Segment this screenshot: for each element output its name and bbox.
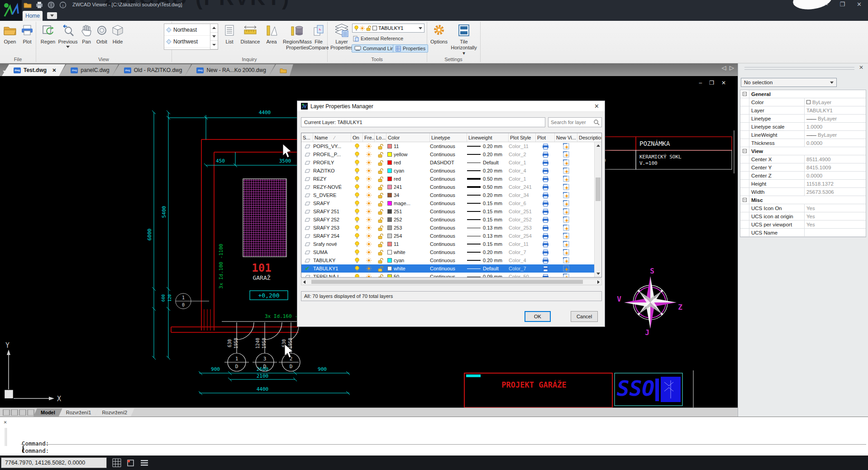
layer-row[interactable]: REZY-NOVÉ 241 <box>301 183 595 191</box>
layer-row[interactable]: SRAFY 251 251 <box>301 207 595 216</box>
layer-plot-toggle[interactable] <box>536 201 555 206</box>
layer-freeze-toggle[interactable] <box>363 176 375 182</box>
snap-toggle[interactable] <box>127 459 135 467</box>
cancel-button[interactable]: Cancel <box>571 311 598 322</box>
layer-linetype-cell[interactable]: Continuous <box>430 192 467 198</box>
plot-button[interactable]: Plot <box>19 23 35 45</box>
layer-linetype-cell[interactable]: Continuous <box>430 176 467 182</box>
layer-freeze-toggle[interactable] <box>363 225 375 230</box>
layer-color-cell[interactable]: red <box>386 176 430 182</box>
layer-freeze-toggle[interactable] <box>363 249 375 255</box>
layer-linetype-cell[interactable]: Continuous <box>430 144 467 149</box>
layer-new-viewport-toggle[interactable] <box>555 233 577 239</box>
layer-freeze-toggle[interactable] <box>363 144 375 149</box>
property-row[interactable]: UCS per viewport Yes <box>740 221 866 229</box>
vertical-scrollbar[interactable] <box>594 142 601 277</box>
minimize-drawing-button[interactable]: – <box>699 80 702 86</box>
layer-lock-toggle[interactable] <box>375 201 386 206</box>
layer-freeze-toggle[interactable] <box>363 241 375 247</box>
scroll-right-button[interactable] <box>597 280 600 284</box>
layer-plot-toggle[interactable] <box>536 258 555 264</box>
layer-row[interactable]: SRAFY 253 253 <box>301 224 595 232</box>
layer-on-toggle[interactable] <box>351 225 363 231</box>
layer-row[interactable]: Srafy nové 11 <box>301 240 595 248</box>
layer-lineweight-cell[interactable]: 0.20 mm <box>467 258 509 263</box>
layer-on-toggle[interactable] <box>351 160 363 166</box>
orbit-button[interactable]: Orbit <box>94 23 110 45</box>
property-row[interactable]: Layer TABULKY1 <box>740 106 866 115</box>
horizontal-scrollbar[interactable] <box>301 278 602 285</box>
layer-color-cell[interactable]: white <box>386 266 430 271</box>
layer-linetype-cell[interactable]: DASHDOT <box>430 160 467 165</box>
layer-lock-toggle[interactable] <box>375 184 386 190</box>
layer-row[interactable]: REZY red C <box>301 175 595 183</box>
layer-lock-toggle[interactable] <box>375 274 386 278</box>
layer-row[interactable]: PROFILY red <box>301 158 595 167</box>
layer-color-cell[interactable]: 11 <box>386 241 430 247</box>
close-tab-icon[interactable]: ✕ <box>52 67 56 73</box>
layer-lock-toggle[interactable] <box>375 241 386 247</box>
layer-lineweight-cell[interactable]: 0.20 mm <box>467 249 509 255</box>
layer-plot-toggle[interactable] <box>536 160 555 166</box>
layer-lineweight-cell[interactable]: 0.50 mm <box>467 184 509 190</box>
layer-lineweight-cell[interactable]: 0.15 mm <box>467 217 509 222</box>
layer-freeze-toggle[interactable] <box>363 209 375 214</box>
layer-new-viewport-toggle[interactable] <box>555 241 577 247</box>
layer-lock-toggle[interactable] <box>375 176 386 182</box>
layer-new-viewport-toggle[interactable] <box>555 265 577 272</box>
prev-layout-button[interactable] <box>11 409 18 416</box>
layer-plot-toggle[interactable] <box>536 266 555 272</box>
first-layout-button[interactable] <box>3 409 10 416</box>
view-list-item[interactable]: Northwest <box>164 36 210 48</box>
layer-lock-toggle[interactable] <box>375 144 386 149</box>
layout-tab[interactable]: Rozvržení2 <box>95 408 134 417</box>
property-row[interactable]: Center Z 0.0000 <box>740 172 866 180</box>
property-row[interactable]: Height 11518.1372 <box>740 180 866 188</box>
property-row[interactable]: UCS Icon On Yes <box>740 204 866 212</box>
layer-freeze-toggle[interactable] <box>363 266 375 271</box>
layer-on-toggle[interactable] <box>351 233 363 239</box>
layer-on-toggle[interactable] <box>351 217 363 223</box>
layer-lineweight-cell[interactable]: 0.15 mm <box>467 201 509 206</box>
layer-freeze-toggle[interactable] <box>363 184 375 190</box>
layer-row[interactable]: SRAFY 252 252 <box>301 216 595 224</box>
property-row[interactable]: Width 25673.5306 <box>740 188 866 196</box>
layer-color-cell[interactable]: 241 <box>386 184 430 190</box>
property-row[interactable]: Center Y 8415.1009 <box>740 163 866 172</box>
scroll-left-button[interactable] <box>303 280 305 284</box>
layer-lineweight-cell[interactable]: 0.13 mm <box>467 225 509 230</box>
layer-lock-toggle[interactable] <box>375 160 386 166</box>
layer-new-viewport-toggle[interactable] <box>555 273 577 278</box>
layer-new-viewport-toggle[interactable] <box>555 184 577 190</box>
layer-lineweight-cell[interactable]: 0.15 mm <box>467 209 509 214</box>
regen-button[interactable]: Regen <box>39 23 57 45</box>
property-row[interactable]: Center X 8511.4900 <box>740 155 866 163</box>
layer-linetype-cell[interactable]: Continuous <box>430 152 467 157</box>
publish-icon[interactable] <box>47 1 55 9</box>
property-row[interactable]: Linetype —— ByLayer <box>740 115 866 123</box>
layer-row[interactable]: SRAFY mage... <box>301 199 595 207</box>
layer-new-viewport-toggle[interactable] <box>555 249 577 255</box>
layer-plot-toggle[interactable] <box>536 152 555 158</box>
layer-on-toggle[interactable] <box>351 201 363 206</box>
layer-on-toggle[interactable] <box>351 266 363 272</box>
layer-freeze-toggle[interactable] <box>363 168 375 173</box>
scrollbar-thumb[interactable] <box>596 177 601 201</box>
layer-color-cell[interactable]: white <box>386 249 430 255</box>
layer-row[interactable]: SRAFY 254 254 <box>301 232 595 240</box>
restore-button[interactable]: ❐ <box>839 1 845 8</box>
command-input[interactable] <box>21 444 866 454</box>
layer-linetype-cell[interactable]: Continuous <box>430 225 467 230</box>
layer-lineweight-cell[interactable]: 0.20 mm <box>467 192 509 198</box>
layer-on-toggle[interactable] <box>351 184 363 190</box>
layer-color-cell[interactable]: 34 <box>386 192 430 198</box>
layer-color-cell[interactable]: cyan <box>386 258 430 263</box>
layer-lineweight-cell[interactable]: 0.20 mm <box>467 152 509 157</box>
layer-color-cell[interactable]: mage... <box>386 201 430 206</box>
distance-button[interactable]: Distance <box>239 23 262 45</box>
layer-on-toggle[interactable] <box>351 152 363 158</box>
layer-color-cell[interactable]: 253 <box>386 225 430 230</box>
layer-color-cell[interactable]: cyan <box>386 168 430 173</box>
property-row[interactable]: Linetype scale 1.0000 <box>740 123 866 131</box>
layer-lineweight-cell[interactable]: 0.09 mm <box>467 274 509 278</box>
